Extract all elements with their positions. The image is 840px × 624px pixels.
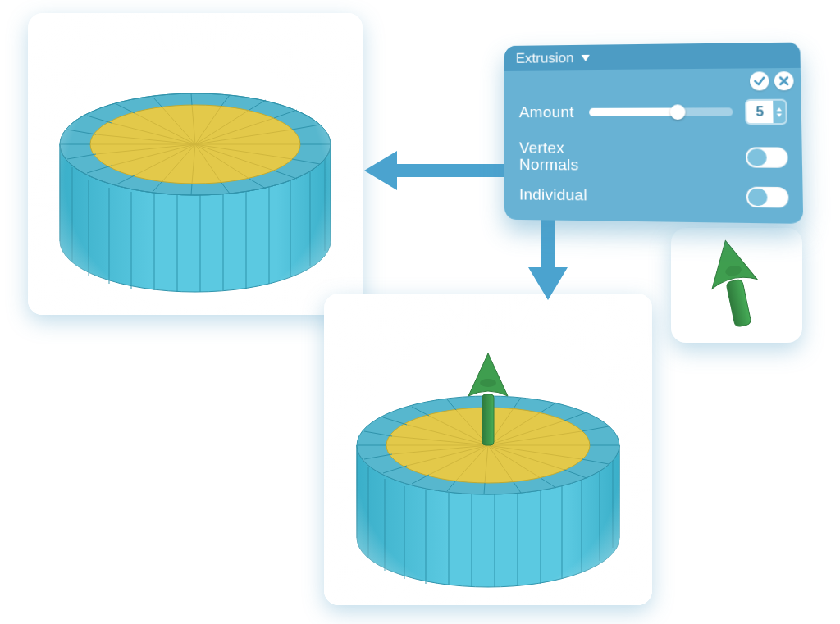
- slider-thumb[interactable]: [669, 104, 685, 120]
- svg-rect-115: [482, 394, 494, 445]
- viewport-before: [28, 13, 363, 315]
- panel-titlebar[interactable]: Extrusion: [504, 43, 801, 71]
- vertex-normals-label: Vertex Normals: [519, 139, 579, 173]
- vertex-normals-row: Vertex Normals: [519, 139, 788, 175]
- cylinder-before: [28, 13, 363, 315]
- arrow-panel-to-before: [361, 139, 517, 205]
- amount-value: 5: [746, 101, 773, 123]
- extrusion-panel: Extrusion Amount 5: [504, 43, 803, 224]
- amount-spinner[interactable]: [773, 101, 785, 123]
- svg-point-116: [480, 379, 496, 387]
- gizmo-thumbnail: [671, 228, 802, 343]
- individual-label: Individual: [519, 185, 587, 204]
- amount-slider[interactable]: [589, 107, 733, 116]
- amount-input[interactable]: 5: [745, 99, 788, 125]
- individual-toggle[interactable]: [746, 187, 789, 208]
- move-arrow-icon: [687, 236, 786, 335]
- close-button[interactable]: [774, 71, 794, 90]
- amount-label: Amount: [519, 103, 574, 121]
- diagram-stage: Extrusion Amount 5: [0, 0, 840, 624]
- cylinder-after: [324, 294, 652, 605]
- individual-row: Individual: [519, 184, 789, 207]
- viewport-after: [324, 294, 652, 605]
- chevron-up-icon: [775, 107, 783, 112]
- panel-title: Extrusion: [516, 50, 574, 67]
- panel-header-actions: [750, 71, 794, 90]
- confirm-button[interactable]: [750, 71, 769, 90]
- svg-rect-119: [387, 164, 510, 177]
- panel-body: Amount 5 Vertex Normals Individual: [504, 68, 804, 236]
- chevron-down-icon: [776, 112, 783, 117]
- dropdown-icon: [581, 54, 591, 62]
- vertex-normals-toggle[interactable]: [746, 147, 788, 167]
- svg-rect-117: [726, 279, 751, 327]
- amount-row: Amount 5: [519, 99, 788, 125]
